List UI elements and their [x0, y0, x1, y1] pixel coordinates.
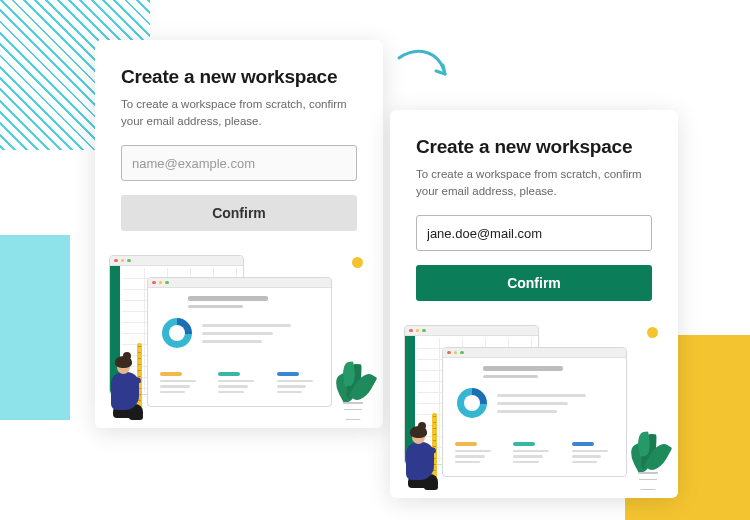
window-close-icon: [152, 281, 156, 285]
workspace-card-empty-state: Create a new workspace To create a works…: [95, 40, 383, 428]
email-field[interactable]: [121, 145, 357, 181]
window-minimize-icon: [159, 281, 163, 285]
person-illustration: [402, 410, 452, 488]
confirm-button[interactable]: Confirm: [121, 195, 357, 231]
card-title: Create a new workspace: [416, 136, 652, 158]
plant-illustration: [333, 340, 373, 420]
window-minimize-icon: [416, 329, 420, 333]
flow-arrow-icon: [395, 40, 455, 100]
person-illustration: [107, 340, 157, 418]
window-minimize-icon: [121, 259, 125, 263]
plant-illustration: [628, 410, 668, 490]
confirm-button[interactable]: Confirm: [416, 265, 652, 301]
card-subtitle: To create a workspace from scratch, conf…: [416, 166, 652, 199]
window-zoom-icon: [165, 281, 169, 285]
window-close-icon: [409, 329, 413, 333]
illustration-window-front: [147, 277, 332, 407]
card-illustration: [404, 325, 664, 490]
card-illustration: [109, 255, 369, 420]
card-title: Create a new workspace: [121, 66, 357, 88]
window-close-icon: [114, 259, 118, 263]
window-zoom-icon: [460, 351, 464, 355]
sun-icon: [352, 257, 363, 268]
window-close-icon: [447, 351, 451, 355]
card-subtitle: To create a workspace from scratch, conf…: [121, 96, 357, 129]
bg-cyan-block: [0, 235, 70, 420]
workspace-card-filled-state: Create a new workspace To create a works…: [390, 110, 678, 498]
window-minimize-icon: [454, 351, 458, 355]
pie-chart-icon: [457, 388, 487, 418]
illustration-window-front: [442, 347, 627, 477]
window-zoom-icon: [422, 329, 426, 333]
email-field[interactable]: [416, 215, 652, 251]
pie-chart-icon: [162, 318, 192, 348]
sun-icon: [647, 327, 658, 338]
window-zoom-icon: [127, 259, 131, 263]
